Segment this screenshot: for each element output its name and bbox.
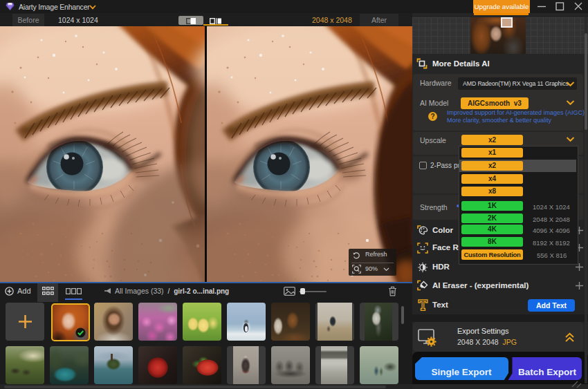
svg-text:Batch Export: Batch Export [518,367,577,377]
svg-text:Single Export: Single Export [431,367,492,377]
